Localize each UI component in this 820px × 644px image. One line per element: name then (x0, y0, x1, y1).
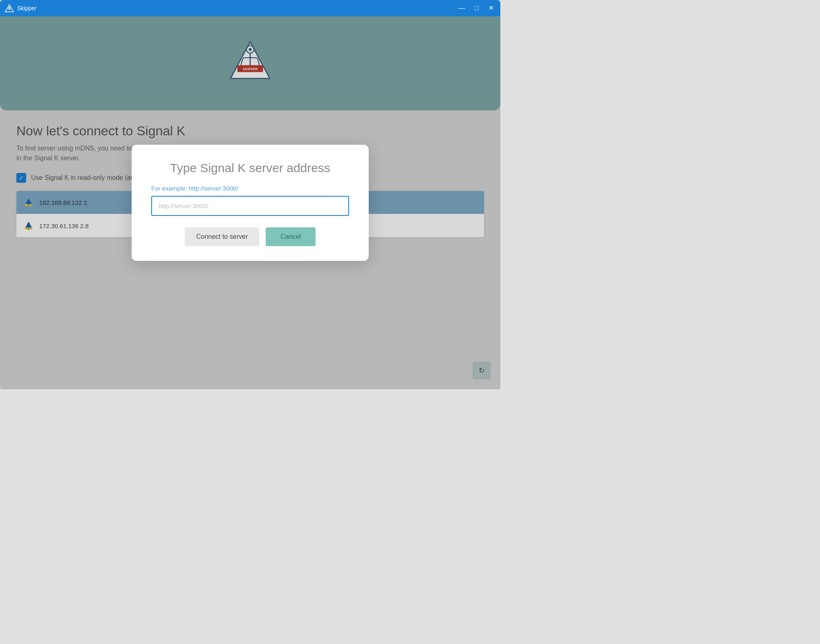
window-controls: — □ ✕ (457, 4, 495, 12)
modal-title: Type Signal K server address (151, 161, 349, 175)
server-address-input[interactable] (151, 196, 349, 216)
minimize-button[interactable]: — (457, 4, 466, 12)
maximize-button[interactable]: □ (473, 4, 480, 12)
modal-actions: Connect to server Cancel (151, 227, 349, 246)
svg-point-1 (9, 7, 10, 8)
connect-to-server-button[interactable]: Connect to server (185, 227, 259, 246)
app-window: Skipper — □ ✕ SKIPPER (0, 0, 500, 389)
app-icon (5, 4, 14, 13)
main-content: SKIPPER Now let's connect to Signal K To… (0, 16, 500, 389)
cancel-button[interactable]: Cancel (266, 227, 316, 246)
close-button[interactable]: ✕ (487, 4, 495, 12)
modal-dialog: Type Signal K server address For example… (132, 145, 369, 261)
modal-overlay: Type Signal K server address For example… (0, 16, 500, 389)
window-title: Skipper (17, 5, 457, 11)
modal-hint: For example: http://server:3000/ (151, 185, 349, 192)
title-bar: Skipper — □ ✕ (0, 0, 500, 16)
